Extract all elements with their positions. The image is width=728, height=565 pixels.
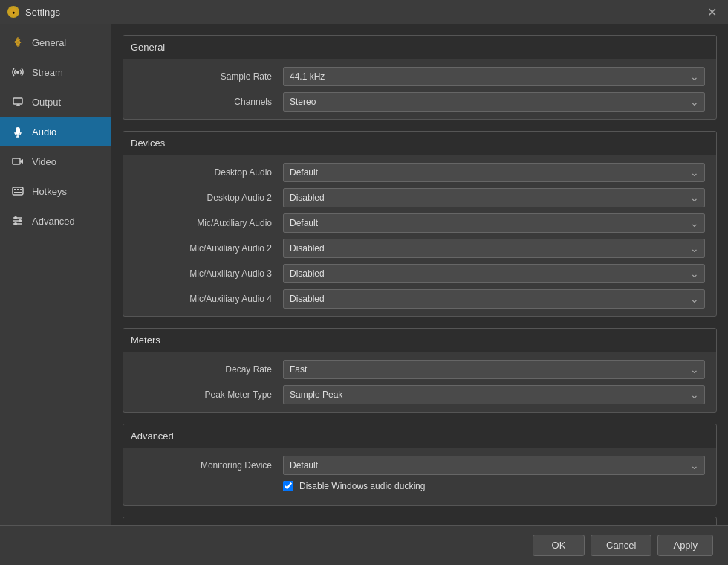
gear-icon (11, 36, 25, 49)
disable-ducking-checkbox[interactable] (283, 481, 293, 491)
svg-rect-6 (14, 189, 16, 190)
sidebar: General Stream (0, 24, 111, 525)
svg-text:●: ● (12, 10, 15, 15)
main-content: General Stream (0, 24, 728, 525)
mic-aux-select[interactable]: Default Disabled (283, 213, 705, 233)
advanced-section-title: Advanced (131, 430, 174, 442)
sidebar-label-general: General (32, 37, 66, 48)
peak-meter-row: Peak Meter Type Sample Peak True Peak (134, 385, 705, 404)
mic-aux2-wrapper: Disabled Default (283, 239, 705, 258)
advanced-icon (11, 214, 25, 227)
meters-section-title: Meters (131, 335, 160, 346)
mic-aux3-label: Mic/Auxiliary Audio 3 (134, 268, 283, 279)
general-section-content: General Sample Rate 44.1 kHz 48 kHz Chan… (123, 35, 717, 120)
apply-button[interactable]: Apply (657, 535, 713, 556)
advanced-section-header: Advanced (123, 424, 716, 448)
general-section-title: General (131, 42, 165, 53)
hotkeys-section: Hotkeys Mic/Aux Enable Push-to-mute Push… (123, 517, 717, 525)
stream-icon (11, 65, 25, 79)
desktop-audio-label: Desktop Audio (134, 167, 283, 178)
decay-rate-label: Decay Rate (134, 364, 283, 375)
mic-aux3-select[interactable]: Disabled Default (283, 264, 705, 283)
mic-aux-label: Mic/Auxiliary Audio (134, 218, 283, 228)
mic-aux-row: Mic/Auxiliary Audio Default Disabled (134, 213, 705, 233)
advanced-section: Advanced Monitoring Device Default Disab… (123, 424, 717, 506)
monitoring-device-label: Monitoring Device (134, 460, 283, 471)
svg-point-2 (16, 71, 19, 74)
sidebar-item-audio[interactable]: Audio (0, 117, 111, 146)
sidebar-item-advanced[interactable]: Advanced (0, 206, 111, 236)
peak-meter-label: Peak Meter Type (134, 390, 283, 400)
content-area: General Sample Rate 44.1 kHz 48 kHz Chan… (111, 24, 728, 525)
sidebar-label-stream: Stream (32, 67, 63, 78)
sample-rate-row: Sample Rate 44.1 kHz 48 kHz (134, 67, 705, 86)
general-section: General Sample Rate 44.1 kHz 48 kHz Chan… (123, 35, 717, 120)
svg-rect-3 (13, 98, 22, 104)
sample-rate-wrapper: 44.1 kHz 48 kHz (283, 67, 705, 86)
ok-button[interactable]: OK (533, 535, 585, 556)
sample-rate-label: Sample Rate (134, 71, 283, 82)
channels-select[interactable]: Stereo Mono (283, 92, 705, 112)
desktop-audio2-select[interactable]: Disabled Default (283, 188, 705, 207)
mic-aux3-wrapper: Disabled Default (283, 264, 705, 283)
desktop-audio-row: Desktop Audio Default Disabled (134, 163, 705, 182)
general-section-header: General (123, 36, 716, 59)
mic-aux4-label: Mic/Auxiliary Audio 4 (134, 294, 283, 304)
peak-meter-wrapper: Sample Peak True Peak (283, 385, 705, 404)
meters-section: Meters Decay Rate Fast Medium Slow (123, 328, 717, 413)
close-button[interactable]: ✕ (703, 3, 721, 21)
mic-aux-wrapper: Default Disabled (283, 213, 705, 233)
hotkeys-section-header: Hotkeys (123, 517, 716, 525)
devices-section-header: Devices (123, 132, 716, 155)
desktop-audio-select[interactable]: Default Disabled (283, 163, 705, 182)
decay-rate-row: Decay Rate Fast Medium Slow (134, 360, 705, 379)
monitoring-device-row: Monitoring Device Default (134, 456, 705, 475)
titlebar-left: ● Settings (7, 6, 60, 18)
disable-ducking-label: Disable Windows audio ducking (299, 481, 425, 491)
video-icon (11, 155, 25, 168)
sidebar-label-audio: Audio (32, 126, 56, 138)
desktop-audio-wrapper: Default Disabled (283, 163, 705, 182)
svg-rect-8 (20, 189, 22, 190)
mic-aux2-label: Mic/Auxiliary Audio 2 (134, 243, 283, 254)
hotkeys-icon (11, 184, 25, 198)
meters-section-header: Meters (123, 329, 716, 352)
channels-label: Channels (134, 97, 283, 107)
desktop-audio2-row: Desktop Audio 2 Disabled Default (134, 188, 705, 207)
mic-aux2-select[interactable]: Disabled Default (283, 239, 705, 258)
decay-rate-select[interactable]: Fast Medium Slow (283, 360, 705, 379)
channels-wrapper: Stereo Mono (283, 92, 705, 112)
sidebar-item-hotkeys[interactable]: Hotkeys (0, 176, 111, 206)
svg-rect-7 (17, 189, 19, 190)
channels-row: Channels Stereo Mono (134, 92, 705, 112)
settings-window: ● Settings ✕ General (0, 0, 728, 565)
svg-rect-5 (13, 187, 23, 195)
svg-point-10 (14, 216, 17, 219)
mic-aux2-row: Mic/Auxiliary Audio 2 Disabled Default (134, 239, 705, 258)
cancel-button[interactable]: Cancel (591, 535, 651, 556)
hotkeys-section-content: Hotkeys Mic/Aux Enable Push-to-mute Push… (123, 517, 717, 525)
svg-point-12 (14, 222, 17, 225)
peak-meter-select[interactable]: Sample Peak True Peak (283, 385, 705, 404)
mic-aux4-select[interactable]: Disabled Default (283, 289, 705, 309)
svg-point-11 (19, 219, 22, 222)
decay-rate-wrapper: Fast Medium Slow (283, 360, 705, 379)
svg-rect-4 (13, 158, 20, 164)
mic-aux4-row: Mic/Auxiliary Audio 4 Disabled Default (134, 289, 705, 309)
devices-section-title: Devices (131, 138, 165, 149)
window-title: Settings (25, 7, 60, 18)
sidebar-label-output: Output (32, 97, 61, 108)
devices-section-content: Devices Desktop Audio Default Disabled D… (123, 131, 717, 317)
sidebar-item-general[interactable]: General (0, 28, 111, 57)
sidebar-item-output[interactable]: Output (0, 87, 111, 117)
sidebar-label-advanced: Advanced (32, 216, 75, 227)
advanced-section-content: Advanced Monitoring Device Default Disab… (123, 424, 717, 506)
monitoring-device-select[interactable]: Default (283, 456, 705, 475)
footer: OK Cancel Apply (0, 525, 728, 565)
sample-rate-select[interactable]: 44.1 kHz 48 kHz (283, 67, 705, 86)
disable-ducking-row: Disable Windows audio ducking (134, 481, 705, 491)
svg-rect-9 (14, 192, 22, 193)
sidebar-item-stream[interactable]: Stream (0, 57, 111, 87)
sidebar-item-video[interactable]: Video (0, 146, 111, 176)
devices-section: Devices Desktop Audio Default Disabled D… (123, 131, 717, 317)
